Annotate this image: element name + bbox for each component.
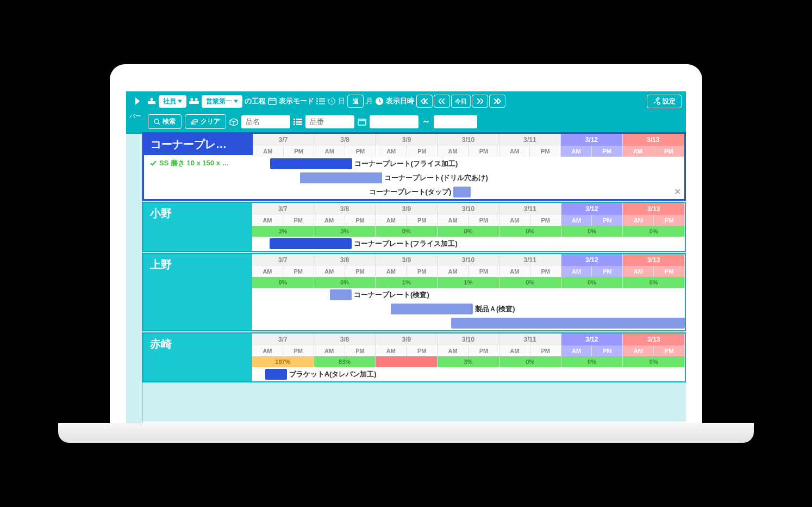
close-icon[interactable]: ✕ bbox=[674, 187, 681, 197]
date-cell: 3/11 bbox=[499, 203, 561, 215]
today-button[interactable]: 今日 bbox=[451, 95, 471, 108]
ampm-cell: AM bbox=[499, 345, 530, 356]
bar-label: 製品Ａ(検査) bbox=[475, 304, 515, 314]
date-cell: 3/7 bbox=[252, 203, 314, 215]
percentage-cell: 0% bbox=[561, 226, 623, 237]
display-mode-label: 表示モード bbox=[279, 96, 314, 106]
date-cell: 3/9 bbox=[376, 254, 438, 266]
first-button[interactable] bbox=[416, 95, 433, 108]
date-cell: 3/10 bbox=[438, 203, 499, 215]
svg-rect-31 bbox=[358, 119, 366, 125]
ampm-cell: PM bbox=[654, 345, 685, 356]
ampm-cell: PM bbox=[530, 146, 561, 157]
row-side[interactable]: 赤崎 bbox=[143, 333, 252, 381]
employee-dropdown[interactable]: 社員 bbox=[159, 95, 186, 108]
gantt-bar[interactable] bbox=[330, 289, 352, 300]
date-from-input[interactable] bbox=[370, 115, 419, 128]
expand-sidebar-button[interactable] bbox=[130, 94, 145, 108]
row-body: 3/73/83/93/103/113/123/13AMPMAMPMAMPMAMP… bbox=[252, 203, 685, 251]
ampm-cell: AM bbox=[623, 146, 654, 157]
date-cell: 3/8 bbox=[314, 333, 376, 345]
gantt-bar[interactable] bbox=[270, 158, 352, 169]
bar-line: コーナープレート(タップ) bbox=[253, 185, 684, 199]
percentage-cell: 0% bbox=[623, 356, 685, 367]
ampm-cell: AM bbox=[376, 146, 407, 157]
search-button[interactable]: 検索 bbox=[148, 114, 182, 129]
ampm-cell: PM bbox=[530, 345, 561, 356]
percentage-cell: 1% bbox=[438, 277, 499, 288]
ampm-cell: AM bbox=[499, 266, 530, 277]
bar-label: コーナープレート(フライス加工) bbox=[354, 159, 458, 169]
percentage-cell: 0% bbox=[314, 277, 376, 288]
clear-button[interactable]: クリア bbox=[185, 114, 226, 129]
list-filter-icon bbox=[293, 119, 302, 125]
bar-line: ブラケットA(タレパン加工) bbox=[252, 367, 685, 381]
day-button[interactable]: 日 bbox=[338, 96, 345, 106]
ampm-cell: AM bbox=[561, 266, 592, 277]
calendar-icon bbox=[268, 97, 277, 105]
week-button[interactable]: 週 bbox=[347, 95, 364, 108]
percentage-cell: 0% bbox=[376, 226, 438, 237]
gantt-bar[interactable] bbox=[270, 238, 352, 249]
gantt-bar[interactable] bbox=[265, 369, 287, 380]
percentage-cell: 0% bbox=[499, 226, 561, 237]
svg-rect-26 bbox=[293, 121, 295, 122]
ampm-cell: PM bbox=[345, 215, 376, 226]
ampm-cell: AM bbox=[314, 345, 345, 356]
gantt-bar[interactable] bbox=[451, 318, 685, 329]
row-title: コーナープレ… bbox=[144, 134, 253, 155]
last-button[interactable] bbox=[489, 95, 505, 108]
ampm-cell: AM bbox=[376, 266, 407, 277]
date-cell: 3/12 bbox=[561, 333, 623, 345]
product-code-input[interactable] bbox=[305, 115, 354, 128]
filter-bar: 検索 クリア ～ bbox=[142, 111, 686, 132]
ampm-cell: PM bbox=[283, 215, 314, 226]
gantt-bar[interactable] bbox=[391, 304, 473, 314]
gantt-bar[interactable] bbox=[300, 172, 382, 183]
ampm-cell: PM bbox=[345, 345, 376, 356]
svg-line-16 bbox=[332, 101, 333, 102]
next-button[interactable] bbox=[472, 95, 488, 108]
list-icon[interactable] bbox=[316, 98, 325, 104]
product-name-input[interactable] bbox=[241, 115, 290, 128]
percentage-cell: 0% bbox=[561, 277, 623, 288]
svg-point-20 bbox=[658, 102, 660, 104]
prev-button[interactable] bbox=[434, 95, 450, 108]
ampm-cell: PM bbox=[592, 215, 623, 226]
display-datetime-label: 表示日時 bbox=[386, 96, 414, 106]
percentage-cell: 3% bbox=[438, 356, 499, 367]
ampm-cell: PM bbox=[530, 266, 561, 277]
team-dropdown[interactable]: 営業第一 bbox=[202, 95, 242, 108]
ampm-cell: PM bbox=[592, 146, 623, 157]
ampm-cell: AM bbox=[623, 215, 654, 226]
ampm-cell: PM bbox=[407, 215, 438, 226]
gantt-bar[interactable] bbox=[453, 187, 471, 197]
date-to-input[interactable] bbox=[434, 115, 477, 128]
material-line: SS 磨き 10 x 150 x … bbox=[144, 155, 253, 171]
group-icon bbox=[189, 97, 199, 105]
gantt-row: 小野3/73/83/93/103/113/123/13AMPMAMPMAMPMA… bbox=[142, 202, 686, 252]
settings-button[interactable]: 設定 bbox=[647, 95, 682, 108]
row-side[interactable]: コーナープレ…SS 磨き 10 x 150 x … bbox=[144, 134, 253, 199]
process-label: の工程 bbox=[245, 96, 266, 106]
clock-icon bbox=[375, 97, 384, 106]
date-cell: 3/11 bbox=[499, 333, 561, 345]
row-side[interactable]: 上野 bbox=[143, 254, 252, 330]
ampm-cell: PM bbox=[407, 345, 438, 356]
month-button[interactable]: 月 bbox=[366, 96, 373, 106]
bar-line: コーナープレート(フライス加工) bbox=[252, 237, 685, 251]
svg-rect-13 bbox=[319, 101, 325, 102]
ampm-cell: PM bbox=[592, 345, 623, 356]
bar-line: コーナープレート(ドリル穴あけ) bbox=[253, 171, 684, 185]
row-side[interactable]: 小野 bbox=[143, 203, 252, 251]
ampm-cell: PM bbox=[592, 266, 623, 277]
history-icon[interactable] bbox=[327, 97, 336, 106]
svg-rect-28 bbox=[296, 119, 302, 120]
main-toolbar: 社員 営業第一 の工程 表示モード 日 週 月 表示日時 今日 設定 bbox=[126, 91, 686, 111]
ampm-cell: AM bbox=[253, 146, 284, 157]
svg-rect-4 bbox=[189, 101, 199, 104]
bar-label: ブラケットA(タレパン加工) bbox=[289, 369, 377, 379]
ampm-cell: PM bbox=[283, 266, 314, 277]
left-sidebar-strip bbox=[126, 111, 142, 423]
bar-line: 製品Ａ(外注塗装) bbox=[252, 316, 685, 330]
